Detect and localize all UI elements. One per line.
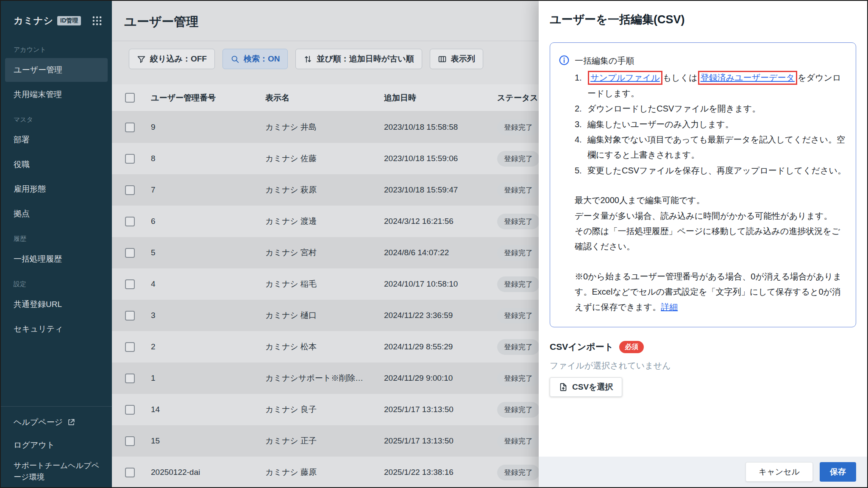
row-checkbox[interactable]: [125, 248, 135, 258]
step-text: 編集したいユーザーのみ入力します。: [587, 117, 846, 132]
sort-button[interactable]: 並び順：追加日時が古い順: [295, 49, 422, 69]
sidebar-item[interactable]: 共通登録URL: [5, 293, 108, 316]
cell-user-id: 9: [151, 123, 265, 132]
search-button-label: 検索：ON: [244, 53, 280, 64]
sidebar-section-label: 履歴: [1, 226, 112, 246]
status-badge: 登録完了: [497, 433, 540, 449]
search-button[interactable]: 検索：ON: [223, 49, 288, 69]
cell-added-datetime: 2023/10/18 15:59:06: [384, 154, 497, 163]
columns-icon: [438, 55, 447, 64]
logo: カミナシ ID管理: [1, 1, 112, 37]
row-checkbox[interactable]: [125, 154, 135, 164]
status-badge: 登録完了: [497, 214, 540, 229]
cell-added-datetime: 2024/3/12 16:21:56: [384, 217, 497, 226]
cell-added-datetime: 2024/11/29 9:00:10: [384, 374, 497, 383]
row-checkbox[interactable]: [125, 374, 135, 383]
cell-added-datetime: 2024/11/22 3:36:59: [384, 311, 497, 320]
sidebar-item[interactable]: 共用端末管理: [5, 83, 108, 106]
guide-steps: 2. ダウンロードしたCSVファイルを開きます。 3. 編集したいユーザーのみ入…: [575, 101, 846, 178]
cell-display-name: カミナシ 良子: [265, 404, 384, 415]
cell-added-datetime: 2024/8/6 14:07:22: [384, 248, 497, 257]
status-badge: 登録完了: [497, 182, 540, 198]
annotation-box-sample: サンプルファイル: [588, 71, 662, 85]
cell-user-id: 14: [151, 405, 265, 414]
guide-paragraph-line: データ量が多い場合、読み込みに時間がかかる可能性があります。: [575, 208, 846, 223]
cell-user-id: 2: [151, 342, 265, 351]
sidebar-item[interactable]: 雇用形態: [5, 177, 108, 201]
guide-step: 3. 編集したいユーザーのみ入力します。: [575, 117, 846, 132]
cell-added-datetime: 2024/10/17 10:58:10: [384, 279, 497, 289]
cell-user-id: 4: [151, 279, 265, 289]
step-number: 2.: [575, 101, 587, 116]
csv-import-label: CSVインポート: [550, 341, 613, 353]
select-csv-button-label: CSVを選択: [572, 382, 613, 393]
row-checkbox[interactable]: [125, 468, 135, 477]
step-text: 編集対象でない項目であっても最新データを記入してください。空欄にすると上書きされ…: [587, 132, 846, 163]
cell-display-name: カミナシ 井島: [265, 122, 384, 133]
cell-user-id: 3: [151, 311, 265, 320]
cell-added-datetime: 2025/1/22 13:38:16: [384, 468, 497, 477]
cancel-button[interactable]: キャンセル: [746, 462, 813, 482]
step-number: 5.: [575, 163, 587, 178]
step-text: サンプルファイルもしくは登録済みユーザーデータをダウンロードします。: [587, 70, 846, 101]
sample-file-link[interactable]: サンプルファイル: [590, 73, 660, 82]
sidebar-section-master: マスタ 部署役職雇用形態拠点: [1, 107, 112, 226]
row-checkbox[interactable]: [125, 436, 135, 446]
info-icon: [559, 55, 570, 66]
status-badge: 登録完了: [497, 276, 540, 292]
row-checkbox[interactable]: [125, 279, 135, 289]
select-all-checkbox[interactable]: [125, 93, 135, 103]
registered-user-data-link[interactable]: 登録済みユーザーデータ: [701, 73, 795, 82]
row-checkbox[interactable]: [125, 123, 135, 132]
guide-step-1: 1. サンプルファイルもしくは登録済みユーザーデータをダウンロードします。: [575, 70, 846, 101]
help-page-label: ヘルプページ: [14, 417, 63, 428]
cell-display-name: カミナシ 宮村: [265, 247, 384, 258]
row-checkbox[interactable]: [125, 405, 135, 415]
cell-display-name: カミナシ 藤原: [265, 467, 384, 478]
step-text: ダウンロードしたCSVファイルを開きます。: [587, 101, 846, 116]
logo-text: カミナシ: [14, 14, 53, 27]
sidebar-item[interactable]: 拠点: [5, 202, 108, 226]
help-page-link[interactable]: ヘルプページ: [1, 411, 112, 434]
columns-button[interactable]: 表示列: [430, 49, 483, 69]
step-number: 4.: [575, 132, 587, 163]
step-number: 1.: [575, 70, 587, 101]
sidebar-section-history: 履歴 一括処理履歴: [1, 226, 112, 272]
sidebar-item[interactable]: ユーザー管理: [5, 58, 108, 82]
cell-added-datetime: 2024/11/29 8:55:29: [384, 342, 497, 351]
guide-step: 5. 変更したCSVファイルを保存し、再度アップロードしてください。: [575, 163, 846, 178]
sidebar-item[interactable]: セキュリティ: [5, 317, 108, 341]
cell-user-id: 8: [151, 154, 265, 163]
funnel-icon: [137, 55, 146, 64]
cell-display-name: カミナシサポート※削除…: [265, 373, 384, 384]
sidebar-item[interactable]: 部署: [5, 128, 108, 152]
csv-import-row: CSVインポート 必須: [550, 341, 856, 353]
cell-user-id: 7: [151, 185, 265, 195]
guide-heading: 一括編集の手順: [575, 53, 846, 68]
step1-mid-text: もしくは: [663, 73, 698, 82]
save-button[interactable]: 保存: [820, 462, 856, 482]
guide-paragraph-note: ※0から始まるユーザー管理番号がある場合、0が消える場合があります。Excelな…: [575, 269, 846, 315]
cell-display-name: カミナシ 佐藤: [265, 153, 384, 164]
apps-grid-icon[interactable]: [92, 15, 103, 26]
guide-step: 4. 編集対象でない項目であっても最新データを記入してください。空欄にすると上書…: [575, 132, 846, 163]
row-checkbox[interactable]: [125, 185, 135, 195]
cell-user-id: 5: [151, 248, 265, 257]
select-csv-button[interactable]: CSVを選択: [550, 377, 622, 397]
sidebar-item[interactable]: 役職: [5, 153, 108, 176]
status-badge: 登録完了: [497, 402, 540, 418]
detail-link[interactable]: 詳細: [661, 302, 678, 312]
sidebar-item[interactable]: 一括処理履歴: [5, 247, 108, 271]
row-checkbox[interactable]: [125, 217, 135, 226]
file-upload-icon: [559, 382, 568, 392]
cell-added-datetime: 2023/10/18 15:59:47: [384, 185, 497, 195]
row-checkbox[interactable]: [125, 342, 135, 352]
guide-step: 2. ダウンロードしたCSVファイルを開きます。: [575, 101, 846, 116]
logout-button[interactable]: ログアウト: [1, 434, 112, 457]
no-file-selected-text: ファイルが選択されていません: [550, 360, 856, 371]
filter-button[interactable]: 絞り込み：OFF: [129, 49, 215, 69]
row-checkbox[interactable]: [125, 311, 135, 321]
cell-display-name: カミナシ 稲毛: [265, 279, 384, 290]
search-icon: [231, 55, 239, 64]
cell-user-id: 20250122-dai: [151, 468, 265, 477]
